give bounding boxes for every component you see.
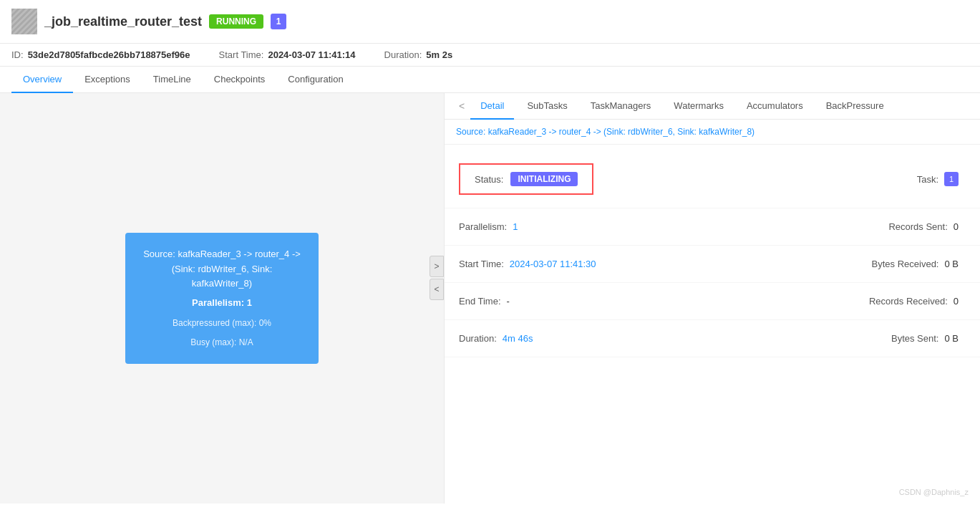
status-field-label: Status: xyxy=(475,174,503,185)
detail-breadcrumb: Source: kafkaReader_3 -> router_4 -> (Si… xyxy=(445,120,980,145)
start-time-label: Start Time: xyxy=(219,49,264,60)
detail-tabs: < Detail SubTasks TaskManagers Watermark… xyxy=(445,93,980,120)
bytes-sent-value: 0 B xyxy=(944,333,959,344)
node-parallelism: Parallelism: 1 xyxy=(142,296,301,311)
records-sent-label: Records Sent: xyxy=(888,221,947,232)
bytes-received-cell: Bytes Received: 0 B xyxy=(709,246,980,282)
status-badge: RUNNING xyxy=(209,14,263,29)
detail-tab-detail[interactable]: Detail xyxy=(470,93,514,120)
end-time-field-label: End Time: xyxy=(459,296,501,307)
parallelism-records-row: Parallelism: 1 Records Sent: 0 xyxy=(445,208,980,246)
left-panel: Source: kafkaReader_3 -> router_4 -> (Si… xyxy=(0,93,444,504)
start-time-cell: Start Time: 2024-03-07 11:41:30 xyxy=(445,246,709,282)
duration-field-value: 4m 46s xyxy=(503,333,533,344)
records-sent-value: 0 xyxy=(954,221,959,232)
duration-field-label: Duration: xyxy=(459,333,497,344)
node-backpressured: Backpressured (max): 0% xyxy=(142,317,301,330)
parallelism-field-value: 1 xyxy=(513,221,518,232)
parallelism-pair: Parallelism: 1 xyxy=(459,221,694,232)
meta-duration: Duration: 5m 2s xyxy=(384,49,453,60)
meta-id: ID: 53de2d7805fafbcde26bb718875ef96e xyxy=(11,49,190,60)
task-field-label: Task: xyxy=(917,174,938,185)
node-busy: Busy (max): N/A xyxy=(142,336,301,350)
duration-cell: Duration: 4m 46s xyxy=(445,320,709,357)
main-content: Source: kafkaReader_3 -> router_4 -> (Si… xyxy=(0,93,980,504)
right-panel: < Detail SubTasks TaskManagers Watermark… xyxy=(444,93,980,504)
watermark: CSDN @Daphnis_z xyxy=(899,488,969,496)
meta-start-time: Start Time: 2024-03-07 11:41:14 xyxy=(219,49,356,60)
start-time-pair: Start Time: 2024-03-07 11:41:30 xyxy=(459,259,694,269)
start-time-value: 2024-03-07 11:41:14 xyxy=(268,49,355,60)
node-title: Source: kafkaReader_3 -> router_4 -> (Si… xyxy=(142,247,301,292)
records-received-label: Records Received: xyxy=(869,296,948,307)
records-received-cell: Records Received: 0 xyxy=(709,283,980,319)
endtime-records-row: End Time: - Records Received: 0 xyxy=(445,283,980,320)
duration-label: Duration: xyxy=(384,49,422,60)
start-time-field-value: 2024-03-07 11:41:30 xyxy=(510,259,596,269)
collapse-collapse-btn[interactable]: < xyxy=(430,279,444,300)
detail-content: Status: INITIALIZING Task: 1 Parallelism… xyxy=(445,145,980,363)
duration-pair: Duration: 4m 46s xyxy=(459,333,694,344)
main-tabs: Overview Exceptions TimeLine Checkpoints… xyxy=(0,67,980,93)
duration-bytes-sent-row: Duration: 4m 46s Bytes Sent: 0 B xyxy=(445,320,980,357)
start-time-field-label: Start Time: xyxy=(459,259,504,269)
status-field-value: INITIALIZING xyxy=(510,172,578,186)
task-field-value: 1 xyxy=(944,172,959,186)
job-node[interactable]: Source: kafkaReader_3 -> router_4 -> (Si… xyxy=(125,233,319,365)
records-sent-cell: Records Sent: 0 xyxy=(709,208,980,245)
starttime-bytes-row: Start Time: 2024-03-07 11:41:30 Bytes Re… xyxy=(445,246,980,283)
id-value: 53de2d7805fafbcde26bb718875ef96e xyxy=(28,49,190,60)
detail-tab-subtasks[interactable]: SubTasks xyxy=(517,93,577,120)
tab-timeline[interactable]: TimeLine xyxy=(142,67,203,93)
avatar xyxy=(11,9,37,34)
detail-tab-backpressure[interactable]: BackPressure xyxy=(816,93,894,120)
parallelism-cell: Parallelism: 1 xyxy=(445,208,709,245)
tab-configuration[interactable]: Configuration xyxy=(276,67,354,93)
id-label: ID: xyxy=(11,49,24,60)
status-task-row: Status: INITIALIZING Task: 1 xyxy=(445,150,980,208)
detail-tab-taskmanagers[interactable]: TaskManagers xyxy=(581,93,661,120)
bytes-received-value: 0 B xyxy=(944,259,959,269)
end-time-pair: End Time: - xyxy=(459,296,694,307)
bytes-received-label: Bytes Received: xyxy=(872,259,939,269)
detail-tab-accumulators[interactable]: Accumulators xyxy=(737,93,813,120)
task-count-badge: 1 xyxy=(271,14,286,29)
back-arrow[interactable]: < xyxy=(456,93,467,119)
status-cell: Status: INITIALIZING xyxy=(445,150,709,208)
job-title: _job_realtime_router_test xyxy=(44,14,202,29)
tab-checkpoints[interactable]: Checkpoints xyxy=(203,67,277,93)
bytes-sent-label: Bytes Sent: xyxy=(891,333,938,344)
collapse-expand-btn[interactable]: > xyxy=(430,256,444,277)
task-cell: Task: 1 xyxy=(709,150,980,208)
meta-row: ID: 53de2d7805fafbcde26bb718875ef96e Sta… xyxy=(0,44,980,67)
end-time-field-value: - xyxy=(507,296,510,307)
tab-overview[interactable]: Overview xyxy=(11,67,73,93)
end-time-cell: End Time: - xyxy=(445,283,709,319)
parallelism-field-label: Parallelism: xyxy=(459,221,507,232)
records-received-value: 0 xyxy=(954,296,959,307)
detail-tab-watermarks[interactable]: Watermarks xyxy=(664,93,734,120)
header: _job_realtime_router_test RUNNING 1 xyxy=(0,0,980,44)
bytes-sent-cell: Bytes Sent: 0 B xyxy=(709,320,980,357)
tab-exceptions[interactable]: Exceptions xyxy=(73,67,142,93)
duration-value: 5m 2s xyxy=(426,49,452,60)
